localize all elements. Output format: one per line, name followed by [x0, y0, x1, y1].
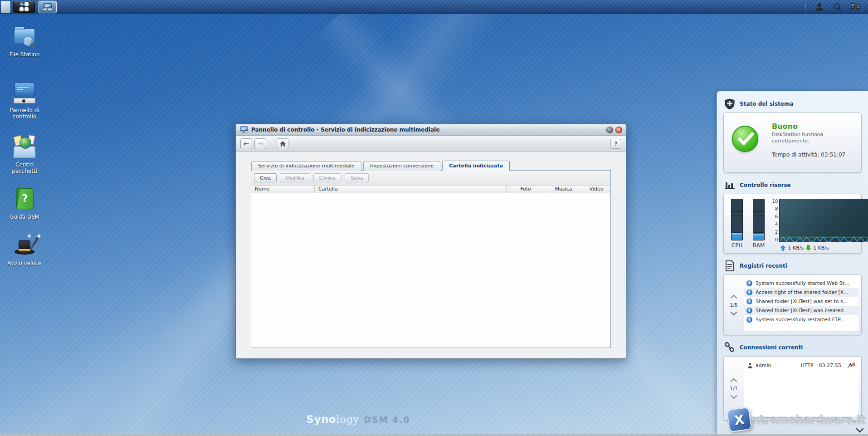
cpu-label: CPU — [731, 242, 743, 249]
column-header-video[interactable]: Video — [582, 186, 610, 193]
info-icon: i — [746, 280, 752, 286]
window-icon — [240, 126, 249, 133]
desktop-icon-file-station[interactable]: File Station — [3, 25, 46, 58]
control-panel-icon — [13, 81, 36, 104]
table-body-empty[interactable] — [251, 194, 610, 348]
connection-row: admin HTTP 03:27:55 — [744, 360, 858, 370]
pilot-view-icon[interactable] — [850, 1, 862, 13]
cpu-gauge — [731, 199, 743, 240]
upload-arrow-icon — [780, 245, 786, 251]
bar-chart-icon — [724, 180, 735, 191]
taskbar-control-panel-button[interactable] — [39, 1, 57, 13]
download-arrow-icon — [805, 245, 811, 251]
y-tick-label: 2 — [771, 230, 778, 235]
connection-protocol: HTTP — [800, 363, 813, 368]
ram-gauge — [753, 199, 765, 240]
desktop-icon-quick-start[interactable]: ✦ Avvio veloce — [3, 234, 46, 266]
system-status-widget: Stato del sistema Buono DiskStation funz… — [723, 98, 862, 173]
resource-monitor-widget: Controllo risorse CPU RAM 1086420 — [723, 179, 862, 254]
shield-icon — [724, 98, 735, 109]
status-message: DiskStation funziona correttamente. — [772, 132, 840, 144]
column-header-folder[interactable]: Cartella — [315, 186, 507, 193]
desktop-icon-label: Centro pacchetti — [8, 162, 41, 174]
user-icon[interactable] — [814, 1, 825, 13]
desktop-icon-package-center[interactable]: Centro pacchetti — [3, 135, 46, 174]
minimize-button[interactable] — [606, 127, 613, 133]
window-content: Servizio di indicizzazione multimediale … — [236, 152, 626, 358]
widget-title: Stato del sistema — [740, 101, 794, 107]
widget-title: Connessioni correnti — [740, 344, 803, 351]
create-button[interactable]: Crea — [254, 173, 277, 182]
product-text: DSM 4.0 — [364, 415, 410, 425]
y-tick-label: 4 — [771, 222, 778, 227]
page-up-icon[interactable] — [730, 378, 737, 382]
xtremehardware-logo-icon: X — [727, 407, 752, 432]
help-button[interactable]: ? — [610, 139, 621, 149]
column-header-photo[interactable]: Foto — [507, 186, 545, 193]
close-button[interactable]: × — [615, 127, 622, 133]
page-down-icon[interactable] — [730, 395, 737, 399]
upload-rate: 1 KB/s — [788, 245, 804, 251]
main-menu-button[interactable] — [13, 1, 35, 13]
desktop-icon-label: Pannello di controllo — [8, 107, 41, 120]
network-chart — [779, 199, 868, 242]
show-desktop-button[interactable] — [1, 1, 10, 13]
page-up-icon[interactable] — [730, 294, 737, 299]
edit-button: Modifica — [280, 173, 310, 182]
log-list: iSystem successfully started Web St... i… — [744, 279, 858, 331]
log-row: iAccess right of the shared folder [X... — [744, 288, 858, 297]
desktop-icon-control-panel[interactable]: Pannello di controllo — [3, 81, 46, 120]
indexed-folder-panel: Crea Modifica Elimina Salva Nome Cartell… — [251, 170, 611, 348]
file-station-icon — [13, 25, 36, 49]
status-value: Buono — [772, 122, 856, 131]
disconnect-icon[interactable] — [848, 363, 855, 368]
synology-watermark: Synology DSM 4.0 — [0, 413, 717, 425]
desktop-icon-label: Avvio veloce — [3, 260, 46, 266]
column-header-music[interactable]: Musica — [545, 186, 582, 193]
y-tick-label: 10 — [771, 199, 778, 204]
y-tick-label: 8 — [771, 206, 778, 211]
home-button[interactable] — [277, 138, 288, 149]
log-row: iShared folder [XHTest] was set to s... — [744, 297, 858, 306]
save-button: Salva — [345, 173, 369, 182]
ram-label: RAM — [753, 242, 765, 249]
tab-bar: Servizio di indicizzazione multimediale … — [251, 161, 611, 171]
info-icon: i — [746, 308, 752, 314]
main-menu-icon — [20, 2, 29, 11]
window-title: Pannello di controllo - Servizio di indi… — [251, 127, 604, 133]
desktop-icon-dsm-help[interactable]: ? Guida DSM — [3, 187, 46, 220]
bottom-edge — [0, 434, 868, 436]
brand-text: Syno — [306, 413, 336, 425]
window-titlebar[interactable]: Pannello di controllo - Servizio di indi… — [236, 124, 626, 136]
window-toolbar: ← → ? — [236, 136, 626, 152]
tab-conversion-settings[interactable]: Impostazioni conversione — [363, 161, 440, 171]
page-down-icon[interactable] — [730, 312, 737, 316]
widget-sidebar: Stato del sistema Buono DiskStation funz… — [717, 91, 868, 434]
xtremehardware-text: xtremehardware.it — [752, 413, 865, 426]
tab-indexed-folder[interactable]: Cartella indicizzata — [442, 161, 510, 171]
connection-user: admin — [756, 363, 798, 368]
forward-button: → — [254, 138, 266, 149]
xtremehardware-watermark: X xtremehardware.it — [728, 408, 865, 431]
control-panel-window: Pannello di controllo - Servizio di indi… — [235, 124, 626, 359]
page-indicator: 1/5 — [730, 302, 738, 308]
dsm-help-icon: ? — [13, 187, 36, 211]
connection-time: 03:27:55 — [819, 363, 841, 368]
quick-start-icon: ✦ — [13, 234, 36, 257]
control-panel-icon — [43, 3, 52, 10]
table-header: Nome Cartella Foto Musica Video — [251, 186, 610, 193]
tab-media-indexing-service[interactable]: Servizio di indicizzazione multimediale — [251, 161, 361, 171]
desktop: File Station Pannello di controllo Centr… — [0, 0, 868, 436]
back-button[interactable]: ← — [240, 138, 252, 149]
column-header-name[interactable]: Nome — [251, 186, 315, 193]
search-icon[interactable] — [832, 1, 844, 13]
user-icon — [747, 363, 753, 368]
recent-logs-widget: Registri recenti 1/5 iSystem successfull… — [723, 260, 862, 335]
widget-title: Registri recenti — [740, 263, 787, 269]
home-icon — [279, 141, 286, 147]
info-icon: i — [746, 289, 752, 295]
log-row: iShared folder [XHTest] was created. — [744, 306, 858, 315]
page-indicator: 1/1 — [730, 386, 738, 392]
network-chart-y-axis: 1086420 — [771, 199, 779, 242]
y-tick-label: 6 — [771, 214, 778, 219]
